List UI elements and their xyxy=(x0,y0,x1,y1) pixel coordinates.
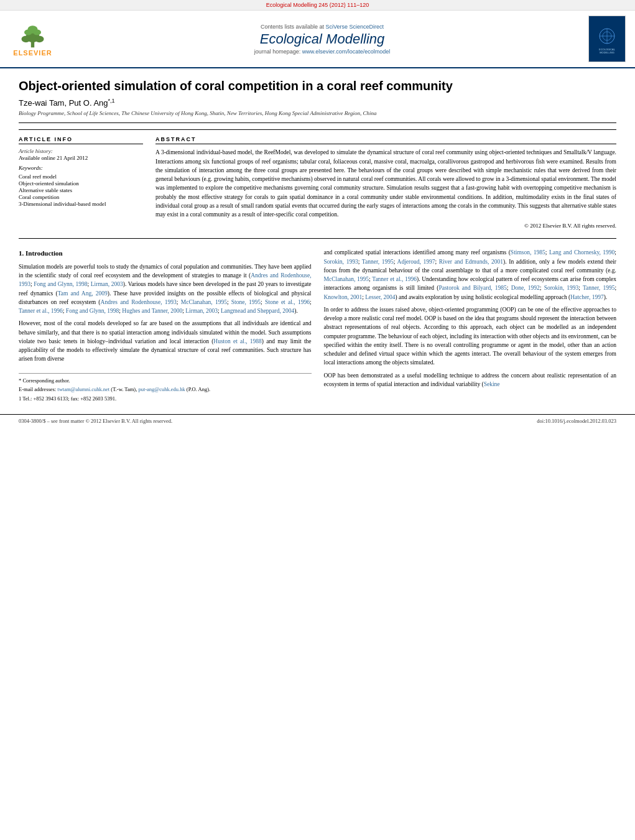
footnote-email1[interactable]: twtam@alumni.cuhk.net xyxy=(57,386,109,392)
sciverse-text: Contents lists available at SciVerse Sci… xyxy=(56,24,588,30)
ref-sorokin-1993[interactable]: Sorokin, 1993 xyxy=(324,259,358,265)
keyword-1: Coral reef model xyxy=(19,173,143,180)
intro-p2: However, most of the coral models develo… xyxy=(19,319,312,363)
ref-fong-1998b[interactable]: Fong and Glynn, 1998 xyxy=(66,308,119,314)
doi-info: doi:10.1016/j.ecolmodel.2012.03.023 xyxy=(537,418,616,424)
journal-header-center: Contents lists available at SciVerse Sci… xyxy=(56,24,588,55)
abstract-text: A 3-dimensional individual-based model, … xyxy=(155,148,616,219)
keyword-2: Object-oriented simulation xyxy=(19,180,143,187)
ref-fong-1998[interactable]: Fong and Glynn, 1998 xyxy=(34,281,87,287)
keyword-3: Alternative stable states xyxy=(19,187,143,193)
ref-hatcher-1997[interactable]: Hatcher, 1997 xyxy=(570,294,603,300)
homepage-link[interactable]: www.elsevier.com/locate/ecolmodel xyxy=(302,48,391,55)
intro-p3: and complicated spatial interactions ide… xyxy=(324,248,617,302)
svg-point-3 xyxy=(35,35,44,42)
ref-river-2001[interactable]: River and Edmunds, 2001 xyxy=(439,259,503,265)
ref-sorokin-1993b[interactable]: Sorokin, 1993 xyxy=(544,285,579,291)
article-title: Object-oriented simulation of coral comp… xyxy=(19,78,616,94)
svg-point-6 xyxy=(27,25,37,34)
journal-cover-thumbnail: ECOLOGICAL MODELLING xyxy=(588,16,626,62)
ref-mcclanahan-1995b[interactable]: McClanahan, 1995 xyxy=(324,276,369,282)
section-divider xyxy=(19,238,616,239)
ref-huston-1988[interactable]: Huston et al., 1988 xyxy=(213,338,262,344)
body-col-left: 1. Introduction Simulation models are po… xyxy=(19,248,312,405)
article-title-section: Object-oriented simulation of coral comp… xyxy=(19,78,616,123)
main-content: Object-oriented simulation of coral comp… xyxy=(0,68,635,414)
journal-citation: Ecological Modelling 245 (2012) 111–120 xyxy=(266,2,369,8)
ref-tanner-1995[interactable]: Tanner, 1995 xyxy=(362,259,394,265)
footnotes: * Corresponding author. E-mail addresses… xyxy=(19,373,312,404)
keyword-4: Coral competition xyxy=(19,194,143,200)
ref-done-1992[interactable]: Done, 1992 xyxy=(511,285,540,291)
article-affiliation: Biology Programme, School of Life Scienc… xyxy=(19,110,616,116)
abstract-section: ABSTRACT A 3-dimensional individual-base… xyxy=(155,136,616,229)
intro-p1: Simulation models are powerful tools to … xyxy=(19,262,312,316)
ref-lirman-2003b[interactable]: Lirman, 2003 xyxy=(185,308,218,314)
article-info-label: ARTICLE INFO xyxy=(19,136,143,144)
ref-tanner-1996b[interactable]: Tanner et al., 1996 xyxy=(372,276,417,282)
article-info: ARTICLE INFO Article history: Available … xyxy=(19,136,143,229)
ref-stimson-1985[interactable]: Stimson, 1985 xyxy=(511,249,545,256)
ref-lirman-2003[interactable]: Lirman, 2003 xyxy=(91,281,123,287)
ref-sekine[interactable]: Sekine xyxy=(484,381,500,387)
intro-p5: OOP has been demonstrated as a useful mo… xyxy=(324,371,617,389)
ref-mcclanahan-1995[interactable]: McClanahan, 1995 xyxy=(181,299,227,305)
intro-heading: 1. Introduction xyxy=(19,248,312,259)
sciverse-link[interactable]: SciVerse ScienceDirect xyxy=(326,24,384,30)
intro-p4: In order to address the issues raised ab… xyxy=(324,305,617,367)
svg-point-2 xyxy=(22,35,30,42)
ref-tanner-1996[interactable]: Tanner et al., 1996 xyxy=(19,308,63,314)
footnote-email: E-mail addresses: twtam@alumni.cuhk.net … xyxy=(19,386,312,394)
ref-lesser-2004[interactable]: Lesser, 2004 xyxy=(365,294,395,300)
article-meta-section: ARTICLE INFO Article history: Available … xyxy=(19,129,616,229)
ref-tanner-1995b[interactable]: Tanner, 1995 xyxy=(583,285,614,291)
keywords-list: Coral reef model Object-oriented simulat… xyxy=(19,173,143,207)
elsevier-wordmark: ELSEVIER xyxy=(13,49,52,57)
body-columns: 1. Introduction Simulation models are po… xyxy=(19,248,616,405)
journal-homepage: journal homepage: www.elsevier.com/locat… xyxy=(56,48,588,55)
elsevier-logo: ELSEVIER xyxy=(9,21,56,57)
ref-andres-1993b[interactable]: Andres and Rodenhouse, 1993 xyxy=(101,299,177,305)
ref-lang-1990[interactable]: Lang and Chornesky, 1990 xyxy=(549,249,614,256)
ref-tam-2009[interactable]: Tam and Ang, 2009 xyxy=(58,290,108,297)
history-label: Article history: xyxy=(19,148,143,154)
footnote-corresponding: * Corresponding author. xyxy=(19,377,312,385)
ref-stone-1995[interactable]: Stone, 1995 xyxy=(231,299,261,305)
journal-title: Ecological Modelling xyxy=(56,31,588,47)
copyright: © 2012 Elsevier B.V. All rights reserved… xyxy=(155,223,616,229)
ref-stone-1996[interactable]: Stone et al., 1996 xyxy=(265,299,310,305)
article-authors: Tze-wai Tam, Put O. Ang*,1 xyxy=(19,98,616,108)
keywords-label: Keywords: xyxy=(19,165,143,171)
ref-langmead-2004[interactable]: Langmead and Sheppard, 2004 xyxy=(221,308,294,314)
journal-topbar: Ecological Modelling 245 (2012) 111–120 xyxy=(0,0,635,11)
abstract-label: ABSTRACT xyxy=(155,136,616,144)
footnote-tel: 1 Tel.: +852 3943 6133; fax: +852 2603 5… xyxy=(19,395,312,403)
body-col-right: and complicated spatial interactions ide… xyxy=(324,248,617,405)
ref-knowlton-2001[interactable]: Knowlton, 2001 xyxy=(324,294,363,300)
ref-pastorok-1985[interactable]: Pastorok and Bilyard, 1985 xyxy=(438,285,506,291)
issn-info: 0304-3800/$ – see front matter © 2012 El… xyxy=(19,418,172,424)
svg-text:MODELLING: MODELLING xyxy=(600,51,614,54)
journal-header: ELSEVIER Contents lists available at Sci… xyxy=(0,11,635,68)
footnote-email2[interactable]: put-ang@cuhk.edu.hk xyxy=(138,386,185,392)
keyword-5: 3-Dimensional individual-based model xyxy=(19,201,143,207)
bottom-strip: 0304-3800/$ – see front matter © 2012 El… xyxy=(0,414,635,427)
ref-adjeroud-1997[interactable]: Adjeroud, 1997 xyxy=(397,259,435,265)
ref-hughes-2000[interactable]: Hughes and Tanner, 2000 xyxy=(122,308,182,314)
available-online: Available online 21 April 2012 xyxy=(19,155,143,161)
